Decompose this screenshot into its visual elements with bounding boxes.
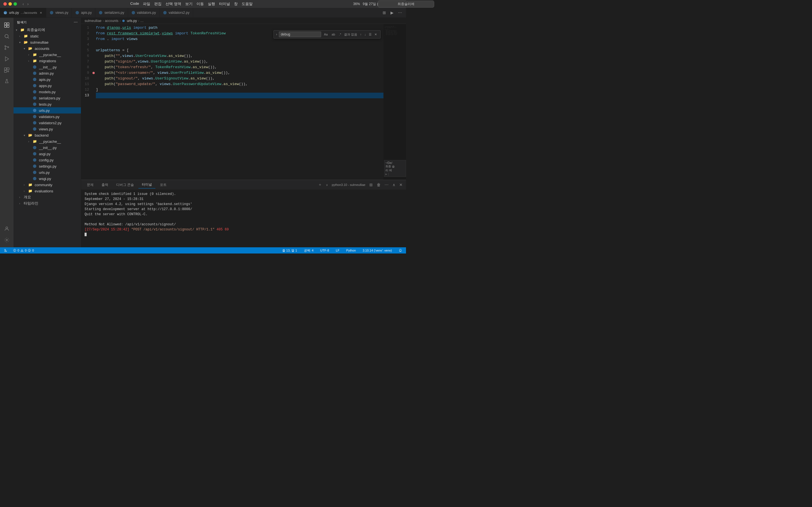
activity-debug[interactable] [2,54,12,64]
activity-scm[interactable] [2,43,12,53]
statusbar-line-ending[interactable]: LF [334,247,341,253]
menu-file[interactable]: 파일 [143,1,150,6]
sidebar-item-init[interactable]: › __init__.py [13,64,81,70]
terminal-more-button[interactable]: ⋯ [384,182,390,187]
tab-validators2-py[interactable]: validators2.py [160,8,193,18]
sidebar-item-evaluations[interactable]: › 📁 evaluations [13,188,81,194]
activity-search[interactable] [2,31,12,41]
sidebar-item-timeline[interactable]: › 타임라인 [13,200,81,207]
back-arrow[interactable]: ‹ [21,1,25,7]
sidebar-item-overview[interactable]: › 개요 [13,194,81,200]
terminal-tab-ports[interactable]: 포트 [156,181,170,188]
sidebar-item-views[interactable]: › views.py [13,126,81,132]
sidebar-item-validators2[interactable]: › validators2.py [13,120,81,126]
sidebar-item-apps[interactable]: › apps.py [13,82,81,89]
sidebar-item-serializers[interactable]: › serializers.py [13,95,81,101]
activity-explorer[interactable] [2,20,12,30]
sidebar-item-static[interactable]: › 📁 static [13,33,81,39]
sidebar-item-settings[interactable]: › settings.py [13,163,81,169]
activity-extensions[interactable] [2,65,12,75]
run-button[interactable]: ▶ [389,10,395,15]
menu-edit[interactable]: 편집 [154,1,161,6]
tab-views-py[interactable]: views.py [46,8,72,18]
close-button[interactable] [3,2,7,6]
terminal-tab-debug-console[interactable]: 디버그 콘솔 [113,181,137,188]
new-file-button[interactable]: ⋯ [73,20,78,24]
activity-flask[interactable] [2,76,12,87]
statusbar-position[interactable]: 줄 13, 열 1 [281,247,299,253]
right-panel-arrow: ▶ │ [386,173,405,175]
sidebar-item-community[interactable]: › 📁 community [13,182,81,188]
menu-window[interactable]: 창 [234,1,238,6]
sidebar-item-pycache[interactable]: › 📁 __pycache__ [13,52,81,58]
sidebar-item-models[interactable]: › models.py [13,89,81,95]
terminal-collapse-button[interactable]: ∧ [391,182,396,187]
tab-apis-py[interactable]: apis.py [72,8,95,18]
sidebar-item-urls[interactable]: › urls.py [13,107,81,114]
new-terminal-button[interactable]: ＋ [317,182,323,188]
menu-goto[interactable]: 이동 [197,1,204,6]
breadcrumb-more[interactable]: … [140,19,144,23]
sidebar-item-backend-pycache[interactable]: › 📁 __pycache__ [13,138,81,145]
terminal-tab-output[interactable]: 출력 [98,181,112,188]
find-next-button[interactable]: ↓ [363,32,367,37]
split-editor-button[interactable]: ⊞ [381,10,388,15]
sidebar-item-wsgi[interactable]: › wsgi.py [13,175,81,182]
find-whole-word-button[interactable]: ab [331,32,336,37]
sidebar-item-config[interactable]: › config.py [13,157,81,163]
statusbar-language[interactable]: Python [345,247,357,253]
sidebar-item-sulmeulliae[interactable]: ▾ 📂 sulmeulliae [13,39,81,45]
code-line-4 [96,42,384,48]
menu-selection[interactable]: 선택 영역 [165,1,181,6]
sidebar-item-backend[interactable]: ▾ 📂 backend [13,132,81,138]
activity-account[interactable] [2,224,12,234]
zoom-button[interactable] [13,2,17,6]
split-terminal-button[interactable]: ⊞ [368,182,374,187]
menu-code[interactable]: Code [130,1,139,6]
find-input[interactable] [279,32,321,37]
activity-settings[interactable] [2,235,12,245]
kill-terminal-button[interactable]: 🗑 [375,182,382,187]
statusbar-errors[interactable]: 0 0 0 [11,247,36,253]
find-match-case-button[interactable]: Aa [323,32,329,37]
find-close-button[interactable]: ✕ [373,32,378,37]
terminal-close-button[interactable]: ✕ [398,182,404,187]
find-prev-button[interactable]: ↑ [359,32,363,37]
find-regex-button[interactable]: .* [338,32,342,37]
forward-arrow[interactable]: › [26,1,30,7]
menu-terminal[interactable]: 터미널 [219,1,230,6]
minimize-button[interactable] [8,2,12,6]
statusbar-branch[interactable] [2,247,9,253]
breadcrumb-accounts[interactable]: accounts [105,19,118,23]
tab-validators-py[interactable]: validators.py [128,8,160,18]
code-editor[interactable]: 1 2 3 4 5 6 7 8 9 10 11 12 13 [81,24,384,180]
statusbar-interpreter[interactable]: 3.10.14 ('venv': venv) [361,247,394,253]
find-list-button[interactable]: ☰ [368,32,373,37]
sidebar-item-backend-init[interactable]: › __init__.py [13,145,81,151]
menu-help[interactable]: 도움말 [242,1,253,6]
sidebar-item-migrations[interactable]: › 📁 migrations [13,58,81,64]
more-actions-button[interactable]: ⋯ [396,10,404,15]
terminal-tab-terminal[interactable]: 터미널 [139,181,155,188]
statusbar-notifications[interactable] [397,247,404,253]
sidebar-item-asgi[interactable]: › asgi.py [13,151,81,157]
terminal-tab-problems[interactable]: 문제 [84,181,97,188]
sidebar-item-root[interactable]: ▾ 📁 최종슬리에 [13,27,81,33]
menu-run[interactable]: 실행 [208,1,215,6]
breadcrumb-urls[interactable]: urls.py [127,19,137,23]
menu-view[interactable]: 보기 [185,1,193,6]
statusbar-spaces[interactable]: 공백: 4 [302,247,315,253]
tab-serializers-py[interactable]: serializers.py [95,8,128,18]
sidebar-item-admin[interactable]: › admin.py [13,70,81,76]
tab-close-button[interactable]: ✕ [39,11,43,15]
sidebar-item-apis[interactable]: › apis.py [13,76,81,82]
sidebar-item-tests[interactable]: › tests.py [13,101,81,107]
terminal-dropdown-button[interactable]: ∨ [325,183,329,187]
sidebar-item-validators[interactable]: › validators.py [13,114,81,120]
global-search[interactable]: 최종슬리에 [378,1,406,8]
tab-urls-py[interactable]: py urls.py …/accounts ✕ [0,8,46,18]
sidebar-item-backend-urls[interactable]: › urls.py [13,169,81,175]
sidebar-item-accounts[interactable]: ▾ 📂 accounts [13,45,81,52]
statusbar-encoding[interactable]: UTF-8 [319,247,331,253]
breadcrumb-sulmeulliae[interactable]: sulmeulliae [85,19,101,23]
